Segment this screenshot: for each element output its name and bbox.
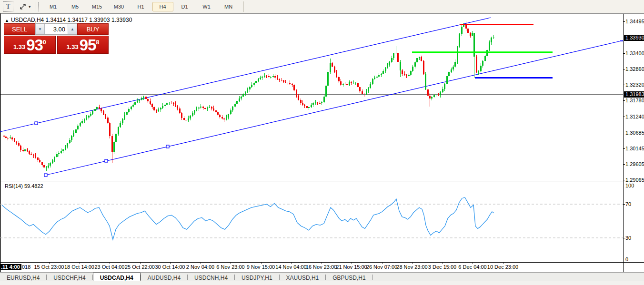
timeframe-buttons: M1M5M15M30H1H4D1W1MN xyxy=(42,2,240,11)
sell-price-prefix: 1.33 xyxy=(13,42,25,52)
timeframe-button-h4[interactable]: H4 xyxy=(152,2,173,11)
toolbar-grip[interactable] xyxy=(36,2,39,11)
channel-handle[interactable] xyxy=(44,174,47,177)
time-axis-label: 6 Nov 23:00 xyxy=(216,264,244,270)
bottom-strip xyxy=(0,281,644,285)
symbol-marker-icon: ▲ xyxy=(5,18,9,23)
time-axis-tick xyxy=(49,263,50,264)
rsi-bottom-border xyxy=(0,262,644,263)
chart-tab-usdcad[interactable]: USDCAD,H4 xyxy=(93,273,141,282)
text-tool-icon[interactable]: T xyxy=(3,1,13,12)
volume-decrease-button[interactable]: ▼ xyxy=(35,24,45,34)
timeframe-button-m1[interactable]: M1 xyxy=(43,2,64,11)
one-click-trading-panel: SELL ▼ 3.00 ▲ BUY 1.33 93 0 1.33 95 8 xyxy=(4,23,109,54)
time-axis-label: 25 Oct 22:00 xyxy=(125,264,155,270)
sell-price-sup: 0 xyxy=(43,39,46,46)
timeframe-button-mn[interactable]: MN xyxy=(218,2,239,11)
chart-title: ▲USDCAD,H4 1.34114 1.34117 1.33903 1.339… xyxy=(5,17,132,23)
time-axis-label: 10 Dec 23:00 xyxy=(487,264,518,270)
sell-button[interactable]: SELL xyxy=(4,23,35,35)
tab-separator xyxy=(372,275,373,280)
arrows-tool-icon[interactable] xyxy=(18,2,28,11)
rsi-indicator-label: RSI(14) 59.4822 xyxy=(5,183,43,189)
time-axis-tick xyxy=(80,263,80,264)
timeframe-button-d1[interactable]: D1 xyxy=(174,2,195,11)
timeframe-button-m5[interactable]: M5 xyxy=(65,2,86,11)
time-axis-label: 15 Oct 23:00 xyxy=(34,264,64,270)
sell-price-big: 93 xyxy=(26,38,43,52)
rsi-axis-label: 30 xyxy=(625,235,631,241)
mt4-window: T ▾ M1M5M15M30H1H4D1W1MN ▲USDCAD,H4 1.34… xyxy=(0,0,644,285)
time-axis-label: 18 Oct 14:00 xyxy=(64,264,94,270)
price-axis-label: 1.32320 xyxy=(625,82,644,88)
chart-tab-eurusd[interactable]: EURUSD,H4 xyxy=(0,273,46,282)
timeframe-button-m30[interactable]: M30 xyxy=(109,2,130,11)
timeframe-button-h1[interactable]: H1 xyxy=(131,2,151,11)
sell-price-display[interactable]: 1.33 93 0 xyxy=(4,36,56,54)
rsi-axis-label: 0 xyxy=(625,256,628,262)
time-axis-tick xyxy=(322,263,322,264)
time-axis-label: 9 Nov 15:00 xyxy=(247,264,275,270)
time-axis-label: 14 Nov 04:00 xyxy=(275,264,306,270)
channel-lower-line[interactable] xyxy=(46,40,623,175)
price-axis-label: 1.31780 xyxy=(625,98,644,103)
price-axis-label: 1.30685 xyxy=(625,130,644,136)
chart-canvas xyxy=(0,13,644,285)
toolbar: T ▾ M1M5M15M30H1H4D1W1MN xyxy=(0,0,644,14)
time-axis-label: 30 Oct 14:00 xyxy=(155,264,185,270)
volume-increase-button[interactable]: ▲ xyxy=(68,24,77,34)
time-axis-tick xyxy=(412,263,413,264)
buy-button[interactable]: BUY xyxy=(77,23,109,35)
buy-price-display[interactable]: 1.33 95 8 xyxy=(57,36,109,54)
toolbar-separator xyxy=(243,1,244,12)
price-axis-label: 1.31240 xyxy=(625,114,644,119)
time-axis-label: 26 Nov 07:00 xyxy=(366,264,397,270)
buy-price-big: 95 xyxy=(80,38,96,52)
timeframe-button-w1[interactable]: W1 xyxy=(196,2,217,11)
chart-tab-xauusd[interactable]: XAUUSD,H1 xyxy=(280,273,326,282)
rsi-line xyxy=(2,197,494,240)
time-axis-tick xyxy=(443,263,443,264)
time-axis-tick xyxy=(201,263,201,264)
chart-tab-usdjpy[interactable]: USDJPY,H1 xyxy=(235,273,279,282)
price-axis-label: 1.32860 xyxy=(625,66,644,72)
buy-price-sup: 8 xyxy=(96,39,99,46)
time-axis-tick xyxy=(503,263,503,264)
time-axis-label: 3 Dec 15:00 xyxy=(428,264,456,270)
volume-input[interactable]: 3.00 xyxy=(45,24,68,34)
time-axis-tick xyxy=(291,263,292,264)
price-axis-label: 1.29065 xyxy=(625,177,644,183)
chart-tab-usdcnh[interactable]: USDCNH,H4 xyxy=(188,273,234,282)
channel-handle[interactable] xyxy=(35,122,38,125)
chart-tab-bar: EURUSD,H4USDCHF,H4USDCAD,H4AUDUSD,H4USDC… xyxy=(0,272,644,282)
price-axis-label: 1.33400 xyxy=(625,50,644,56)
price-tag: 1.33930 xyxy=(624,35,644,41)
arrows-dropdown-caret[interactable]: ▾ xyxy=(29,4,31,9)
time-axis-tick xyxy=(261,263,262,264)
price-axis-label: 1.34495 xyxy=(625,19,644,24)
rsi-axis-label: 70 xyxy=(625,201,631,207)
time-axis-tick xyxy=(140,263,141,264)
time-axis-tick xyxy=(382,263,382,264)
time-axis-tick xyxy=(170,263,171,264)
rsi-axis-label: 100 xyxy=(625,183,634,188)
time-axis-tick xyxy=(473,263,473,264)
time-axis-label-partial: 018 xyxy=(22,264,30,270)
channel-handle[interactable] xyxy=(105,159,108,162)
timeframe-button-m15[interactable]: M15 xyxy=(87,2,108,11)
channel-handle[interactable] xyxy=(166,145,169,148)
time-axis-label: 2 Nov 04:00 xyxy=(186,264,214,270)
time-axis-label: 6 Dec 04:00 xyxy=(458,264,486,270)
chart-tab-gbpusd[interactable]: GBPUSD,H1 xyxy=(326,273,372,282)
price-tag: 1.31983 xyxy=(624,91,644,98)
price-axis-label: 1.30145 xyxy=(625,146,644,151)
chart-tab-audusd[interactable]: AUDUSD,H4 xyxy=(141,273,187,282)
trendline-axis-mark xyxy=(620,40,623,41)
time-axis-label: 28 Nov 23:00 xyxy=(396,264,427,270)
pane-separator[interactable] xyxy=(0,181,644,181)
chart-area: ▲USDCAD,H4 1.34114 1.34117 1.33903 1.339… xyxy=(0,13,644,285)
price-axis-label: 1.29605 xyxy=(625,161,644,167)
time-axis-label: 23 Oct 04:00 xyxy=(95,264,125,270)
axis-separator xyxy=(623,14,624,272)
chart-tab-usdchf[interactable]: USDCHF,H4 xyxy=(47,273,92,282)
